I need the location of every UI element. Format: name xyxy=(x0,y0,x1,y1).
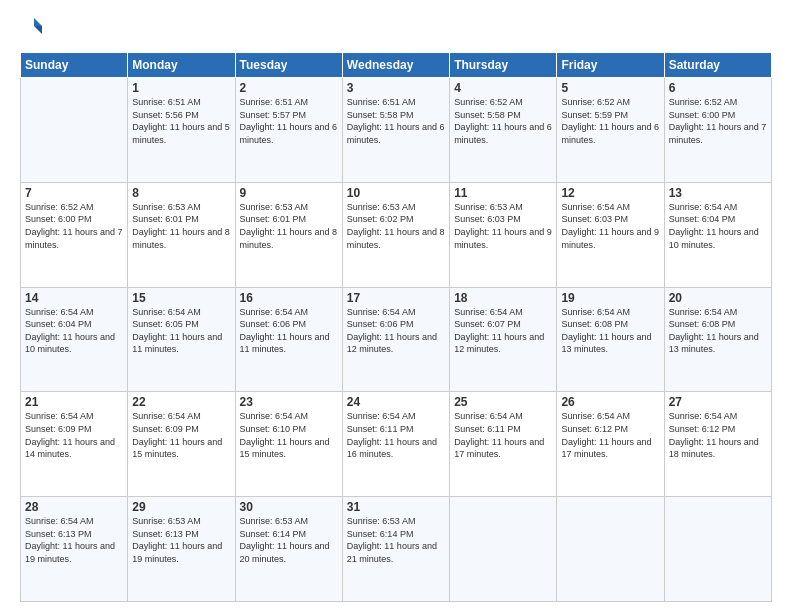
calendar-cell: 4 Sunrise: 6:52 AMSunset: 5:58 PMDayligh… xyxy=(450,78,557,183)
day-info: Sunrise: 6:53 AMSunset: 6:14 PMDaylight:… xyxy=(347,516,437,564)
day-number: 26 xyxy=(561,395,659,409)
day-number: 29 xyxy=(132,500,230,514)
calendar-cell: 23 Sunrise: 6:54 AMSunset: 6:10 PMDaylig… xyxy=(235,392,342,497)
page: SundayMondayTuesdayWednesdayThursdayFrid… xyxy=(0,0,792,612)
day-info: Sunrise: 6:54 AMSunset: 6:03 PMDaylight:… xyxy=(561,202,659,250)
calendar-cell: 6 Sunrise: 6:52 AMSunset: 6:00 PMDayligh… xyxy=(664,78,771,183)
day-number: 17 xyxy=(347,291,445,305)
day-info: Sunrise: 6:53 AMSunset: 6:14 PMDaylight:… xyxy=(240,516,330,564)
day-number: 20 xyxy=(669,291,767,305)
day-number: 5 xyxy=(561,81,659,95)
day-info: Sunrise: 6:51 AMSunset: 5:58 PMDaylight:… xyxy=(347,97,445,145)
day-info: Sunrise: 6:54 AMSunset: 6:11 PMDaylight:… xyxy=(347,411,437,459)
calendar-cell: 25 Sunrise: 6:54 AMSunset: 6:11 PMDaylig… xyxy=(450,392,557,497)
calendar-cell xyxy=(21,78,128,183)
calendar-cell: 20 Sunrise: 6:54 AMSunset: 6:08 PMDaylig… xyxy=(664,287,771,392)
weekday-header-saturday: Saturday xyxy=(664,53,771,78)
day-number: 22 xyxy=(132,395,230,409)
week-row-1: 1 Sunrise: 6:51 AMSunset: 5:56 PMDayligh… xyxy=(21,78,772,183)
svg-marker-1 xyxy=(34,26,42,34)
calendar-cell: 15 Sunrise: 6:54 AMSunset: 6:05 PMDaylig… xyxy=(128,287,235,392)
day-number: 16 xyxy=(240,291,338,305)
calendar-cell: 30 Sunrise: 6:53 AMSunset: 6:14 PMDaylig… xyxy=(235,497,342,602)
calendar-cell: 2 Sunrise: 6:51 AMSunset: 5:57 PMDayligh… xyxy=(235,78,342,183)
day-info: Sunrise: 6:51 AMSunset: 5:56 PMDaylight:… xyxy=(132,97,230,145)
day-info: Sunrise: 6:54 AMSunset: 6:12 PMDaylight:… xyxy=(669,411,759,459)
day-number: 11 xyxy=(454,186,552,200)
day-number: 14 xyxy=(25,291,123,305)
svg-marker-0 xyxy=(34,18,42,26)
calendar-cell: 26 Sunrise: 6:54 AMSunset: 6:12 PMDaylig… xyxy=(557,392,664,497)
day-info: Sunrise: 6:53 AMSunset: 6:03 PMDaylight:… xyxy=(454,202,552,250)
day-number: 18 xyxy=(454,291,552,305)
calendar-cell: 31 Sunrise: 6:53 AMSunset: 6:14 PMDaylig… xyxy=(342,497,449,602)
day-number: 9 xyxy=(240,186,338,200)
calendar-cell: 3 Sunrise: 6:51 AMSunset: 5:58 PMDayligh… xyxy=(342,78,449,183)
weekday-header-thursday: Thursday xyxy=(450,53,557,78)
day-number: 3 xyxy=(347,81,445,95)
calendar-cell: 11 Sunrise: 6:53 AMSunset: 6:03 PMDaylig… xyxy=(450,182,557,287)
day-info: Sunrise: 6:53 AMSunset: 6:01 PMDaylight:… xyxy=(132,202,230,250)
day-info: Sunrise: 6:54 AMSunset: 6:04 PMDaylight:… xyxy=(25,307,115,355)
calendar-cell: 5 Sunrise: 6:52 AMSunset: 5:59 PMDayligh… xyxy=(557,78,664,183)
week-row-2: 7 Sunrise: 6:52 AMSunset: 6:00 PMDayligh… xyxy=(21,182,772,287)
day-info: Sunrise: 6:54 AMSunset: 6:12 PMDaylight:… xyxy=(561,411,651,459)
day-number: 21 xyxy=(25,395,123,409)
day-number: 19 xyxy=(561,291,659,305)
calendar-cell: 1 Sunrise: 6:51 AMSunset: 5:56 PMDayligh… xyxy=(128,78,235,183)
calendar-cell: 18 Sunrise: 6:54 AMSunset: 6:07 PMDaylig… xyxy=(450,287,557,392)
day-number: 23 xyxy=(240,395,338,409)
day-number: 7 xyxy=(25,186,123,200)
day-number: 27 xyxy=(669,395,767,409)
day-info: Sunrise: 6:54 AMSunset: 6:06 PMDaylight:… xyxy=(240,307,330,355)
calendar-cell: 10 Sunrise: 6:53 AMSunset: 6:02 PMDaylig… xyxy=(342,182,449,287)
day-info: Sunrise: 6:52 AMSunset: 6:00 PMDaylight:… xyxy=(669,97,767,145)
calendar-cell: 8 Sunrise: 6:53 AMSunset: 6:01 PMDayligh… xyxy=(128,182,235,287)
weekday-header-row: SundayMondayTuesdayWednesdayThursdayFrid… xyxy=(21,53,772,78)
day-info: Sunrise: 6:54 AMSunset: 6:05 PMDaylight:… xyxy=(132,307,222,355)
day-info: Sunrise: 6:54 AMSunset: 6:11 PMDaylight:… xyxy=(454,411,544,459)
day-info: Sunrise: 6:53 AMSunset: 6:13 PMDaylight:… xyxy=(132,516,222,564)
day-number: 24 xyxy=(347,395,445,409)
day-info: Sunrise: 6:54 AMSunset: 6:06 PMDaylight:… xyxy=(347,307,437,355)
calendar-cell: 22 Sunrise: 6:54 AMSunset: 6:09 PMDaylig… xyxy=(128,392,235,497)
day-info: Sunrise: 6:54 AMSunset: 6:13 PMDaylight:… xyxy=(25,516,115,564)
day-info: Sunrise: 6:53 AMSunset: 6:01 PMDaylight:… xyxy=(240,202,338,250)
day-number: 1 xyxy=(132,81,230,95)
calendar-cell: 27 Sunrise: 6:54 AMSunset: 6:12 PMDaylig… xyxy=(664,392,771,497)
calendar-cell: 9 Sunrise: 6:53 AMSunset: 6:01 PMDayligh… xyxy=(235,182,342,287)
calendar-cell: 13 Sunrise: 6:54 AMSunset: 6:04 PMDaylig… xyxy=(664,182,771,287)
day-info: Sunrise: 6:52 AMSunset: 5:59 PMDaylight:… xyxy=(561,97,659,145)
day-info: Sunrise: 6:53 AMSunset: 6:02 PMDaylight:… xyxy=(347,202,445,250)
weekday-header-wednesday: Wednesday xyxy=(342,53,449,78)
weekday-header-friday: Friday xyxy=(557,53,664,78)
calendar-cell xyxy=(450,497,557,602)
day-number: 28 xyxy=(25,500,123,514)
day-info: Sunrise: 6:51 AMSunset: 5:57 PMDaylight:… xyxy=(240,97,338,145)
calendar-cell: 14 Sunrise: 6:54 AMSunset: 6:04 PMDaylig… xyxy=(21,287,128,392)
day-number: 31 xyxy=(347,500,445,514)
day-number: 15 xyxy=(132,291,230,305)
calendar-cell: 7 Sunrise: 6:52 AMSunset: 6:00 PMDayligh… xyxy=(21,182,128,287)
day-number: 12 xyxy=(561,186,659,200)
logo-icon xyxy=(20,16,42,38)
day-info: Sunrise: 6:54 AMSunset: 6:07 PMDaylight:… xyxy=(454,307,544,355)
day-number: 13 xyxy=(669,186,767,200)
day-number: 25 xyxy=(454,395,552,409)
day-info: Sunrise: 6:54 AMSunset: 6:08 PMDaylight:… xyxy=(561,307,651,355)
day-number: 2 xyxy=(240,81,338,95)
week-row-3: 14 Sunrise: 6:54 AMSunset: 6:04 PMDaylig… xyxy=(21,287,772,392)
day-info: Sunrise: 6:54 AMSunset: 6:08 PMDaylight:… xyxy=(669,307,759,355)
weekday-header-monday: Monday xyxy=(128,53,235,78)
weekday-header-sunday: Sunday xyxy=(21,53,128,78)
calendar-cell xyxy=(664,497,771,602)
header xyxy=(20,16,772,42)
day-number: 6 xyxy=(669,81,767,95)
week-row-5: 28 Sunrise: 6:54 AMSunset: 6:13 PMDaylig… xyxy=(21,497,772,602)
calendar-cell: 21 Sunrise: 6:54 AMSunset: 6:09 PMDaylig… xyxy=(21,392,128,497)
day-info: Sunrise: 6:54 AMSunset: 6:04 PMDaylight:… xyxy=(669,202,759,250)
calendar-cell: 19 Sunrise: 6:54 AMSunset: 6:08 PMDaylig… xyxy=(557,287,664,392)
calendar-cell: 12 Sunrise: 6:54 AMSunset: 6:03 PMDaylig… xyxy=(557,182,664,287)
weekday-header-tuesday: Tuesday xyxy=(235,53,342,78)
calendar-cell: 29 Sunrise: 6:53 AMSunset: 6:13 PMDaylig… xyxy=(128,497,235,602)
